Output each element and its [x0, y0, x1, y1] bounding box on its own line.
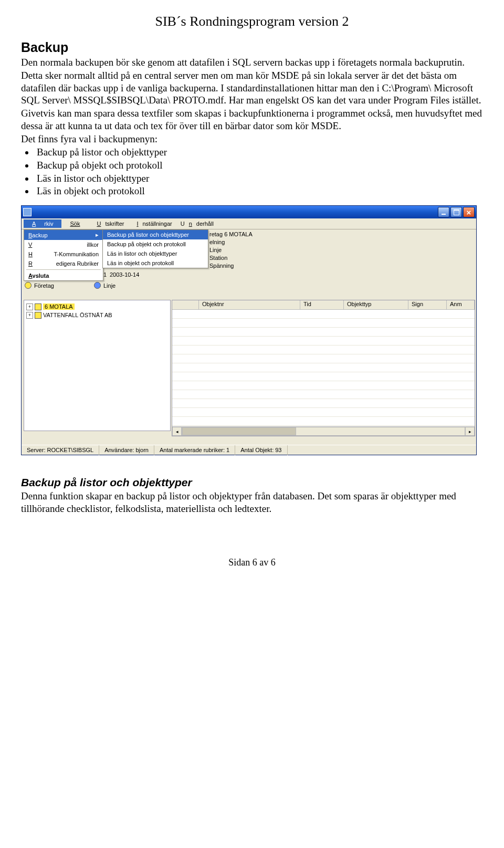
submenu-las-listor[interactable]: Läs in listor och objekttyper — [103, 249, 208, 258]
grid-col-anm[interactable]: Anm — [447, 300, 475, 309]
close-button[interactable] — [463, 207, 475, 217]
bullet-item: Backup på objekt och protokoll — [35, 159, 483, 172]
doc-title: SIB´s Rondningsprogram version 2 — [21, 14, 483, 29]
menu-sok[interactable]: Sök — [61, 219, 88, 228]
status-objekt: Antal Objekt: 93 — [235, 445, 287, 455]
maximize-button[interactable] — [450, 207, 462, 217]
table-row[interactable] — [172, 328, 475, 337]
status-server: Server: ROCKET\SIBSGL — [22, 445, 99, 455]
menu-backup-submenu: Backup på listor och objekttyper Backup … — [102, 229, 208, 268]
scroll-track[interactable] — [182, 427, 465, 436]
table-row[interactable] — [172, 337, 475, 346]
grid-col-objekttyp[interactable]: Objekttyp — [344, 300, 408, 309]
bullet-list: Backup på listor och objekttyper Backup … — [35, 146, 483, 198]
grid-rows — [172, 310, 475, 426]
tree-node[interactable]: + 6 MOTALA — [26, 302, 168, 311]
peek-row: Station — [209, 254, 253, 262]
scroll-right-button[interactable]: ▸ — [465, 427, 475, 436]
page-footer: Sidan 6 av 6 — [21, 557, 483, 568]
app-body: Backup ▸ Villkor HT-Kommunikation Redige… — [22, 229, 476, 445]
menu-item-villkor[interactable]: Villkor — [24, 240, 103, 249]
app-icon — [23, 208, 32, 216]
grid-col-tid[interactable]: Tid — [300, 300, 344, 309]
expand-icon[interactable]: + — [26, 312, 33, 319]
table-row[interactable] — [172, 417, 475, 426]
menu-item-redigera-rubriker[interactable]: Redigera Rubriker — [24, 259, 103, 268]
scroll-left-button[interactable]: ◂ — [172, 427, 182, 436]
table-row[interactable] — [172, 372, 475, 381]
peek-row: retag 6 MOTALA — [209, 231, 253, 238]
folder-icon — [35, 303, 41, 310]
background-fields: retag 6 MOTALA elning Linje Station Spän… — [209, 231, 253, 270]
table-row[interactable] — [172, 408, 475, 417]
table-row[interactable] — [172, 390, 475, 399]
peek-date: 2003-10-14 — [110, 271, 139, 278]
tree-view[interactable]: + 6 MOTALA + VATTENFALL ÖSTNÄT AB — [24, 300, 171, 431]
menu-utskrifter[interactable]: Utskrifter — [88, 219, 128, 228]
peek-row: elning — [209, 238, 253, 246]
table-row[interactable] — [172, 310, 475, 319]
table-row[interactable] — [172, 319, 475, 328]
status-rubriker: Antal markerade rubriker: 1 — [154, 445, 235, 455]
menu-item-backup[interactable]: Backup ▸ — [24, 230, 103, 240]
grid-col-sign[interactable]: Sign — [408, 300, 447, 309]
table-row[interactable] — [172, 346, 475, 354]
para-4: Det finns fyra val i backupmenyn: — [21, 133, 483, 145]
para-2: Detta sker normalt alltid på en central … — [21, 69, 483, 107]
table-row[interactable] — [172, 399, 475, 408]
menu-separator — [26, 269, 101, 270]
peek-row: Linje — [209, 246, 253, 254]
scroll-thumb[interactable] — [182, 427, 296, 435]
minimize-button[interactable] — [438, 207, 449, 217]
bullet-item: Backup på listor och objekttyper — [35, 146, 483, 159]
legend-linje: Linje — [94, 282, 152, 289]
para-3: Givetvis kan man spara dessa textfiler s… — [21, 107, 483, 132]
bullet-item: Läs in listor och objekttyper — [35, 172, 483, 185]
menu-underhall[interactable]: Underhåll — [176, 219, 218, 228]
statusbar: Server: ROCKET\SIBSGL Användare: bjorn A… — [22, 445, 476, 455]
tree-node[interactable]: + VATTENFALL ÖSTNÄT AB — [26, 311, 168, 319]
table-row[interactable] — [172, 363, 475, 372]
sub-heading: Backup på listor och objekttyper — [21, 476, 483, 489]
menubar: Arkiv Sök Utskrifter Inställningar Under… — [22, 218, 476, 229]
submenu-backup-objekt[interactable]: Backup på objekt och protokoll — [103, 239, 208, 249]
para-1: Den normala backupen bör ske genom att d… — [21, 56, 483, 69]
menu-item-ht-kommunikation[interactable]: HT-Kommunikation — [24, 249, 103, 259]
bullet-item: Läs in objekt och protokoll — [35, 185, 483, 198]
menu-installningar[interactable]: Inställningar — [128, 219, 176, 228]
dot-icon — [25, 282, 32, 289]
peek-row: Spänning — [209, 262, 253, 270]
chevron-right-icon: ▸ — [96, 232, 99, 238]
expand-icon[interactable]: + — [26, 303, 33, 310]
menu-arkiv[interactable]: Arkiv — [24, 219, 61, 228]
table-row[interactable] — [172, 354, 475, 363]
para-5: Denna funktion skapar en backup på listo… — [21, 490, 483, 515]
grid-header: Objektnr Tid Objekttyp Sign Anm — [172, 300, 475, 310]
grid-col-objektnr[interactable]: Objektnr — [199, 300, 300, 309]
horizontal-scrollbar[interactable]: ◂ ▸ — [172, 426, 475, 436]
status-user: Användare: bjorn — [99, 445, 154, 455]
heading-backup: Backup — [21, 40, 483, 55]
tree-label: VATTENFALL ÖSTNÄT AB — [43, 312, 112, 318]
folder-icon — [35, 312, 41, 319]
titlebar — [22, 206, 476, 218]
submenu-backup-listor[interactable]: Backup på listor och objekttyper — [103, 230, 208, 239]
menu-arkiv-dropdown: Backup ▸ Villkor HT-Kommunikation Redige… — [24, 229, 103, 281]
submenu-las-objekt[interactable]: Läs in objekt och protokoll — [103, 258, 208, 268]
tree-label: 6 MOTALA — [43, 303, 75, 310]
data-grid[interactable]: Objektnr Tid Objekttyp Sign Anm — [172, 300, 475, 436]
menu-item-avsluta[interactable]: Avsluta — [24, 271, 103, 280]
legend-foretag: Företag — [25, 282, 82, 289]
table-row[interactable] — [172, 381, 475, 390]
app-window: Arkiv Sök Utskrifter Inställningar Under… — [21, 205, 477, 455]
grid-col-blank[interactable] — [172, 300, 199, 309]
dot-icon — [94, 282, 101, 289]
